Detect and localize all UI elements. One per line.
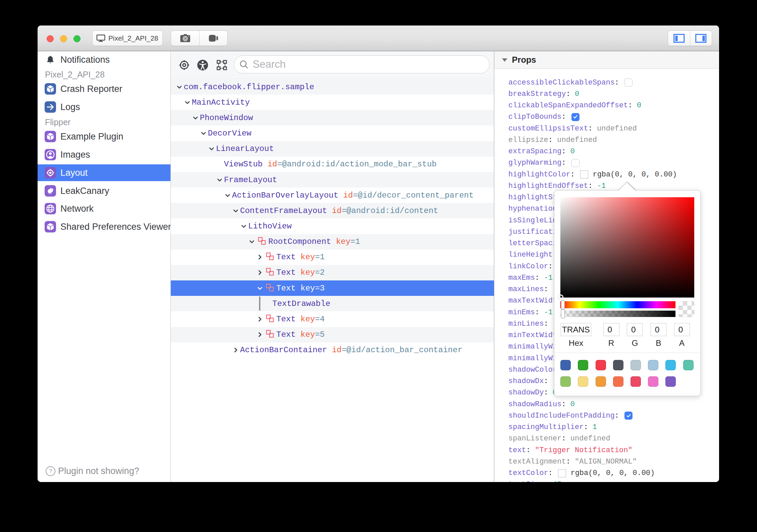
svg-text:?: ? — [49, 468, 52, 474]
